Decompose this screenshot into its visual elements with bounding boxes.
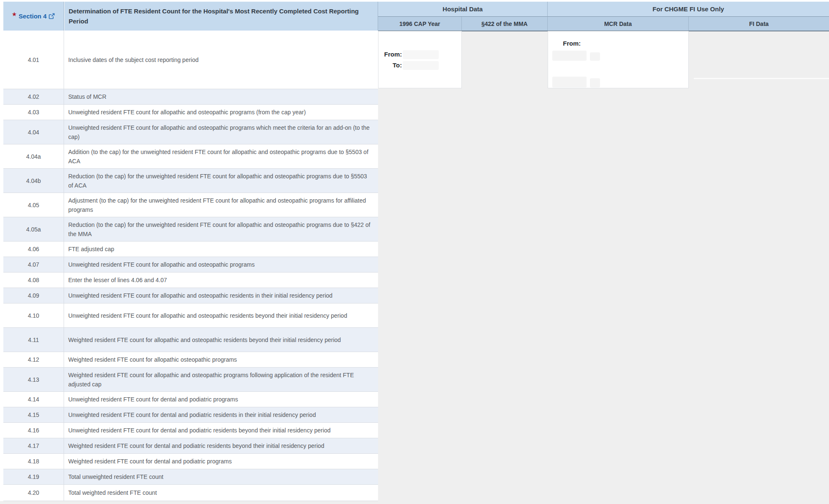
table-row: 4.10Unweighted resident FTE count for al…: [3, 303, 378, 328]
row-desc-cell: Total weighted resident FTE count: [64, 485, 378, 501]
table-row: 4.03Unweighted resident FTE count for al…: [3, 105, 378, 120]
row-desc-cell: Weighted resident FTE count for dental a…: [64, 438, 378, 453]
table-row: 4.04Unweighted resident FTE count for al…: [3, 120, 378, 144]
redacted-value: [552, 77, 587, 87]
redacted-value: [590, 78, 600, 87]
row-number-cell: 4.17: [3, 438, 64, 453]
table-title: Determination of FTE Resident Count for …: [64, 2, 378, 31]
table-row: 4.20Total weighted resident FTE count: [3, 485, 378, 501]
required-asterisk-icon: ★: [12, 11, 17, 17]
row-desc-cell: Reduction (to the cap) for the unweighte…: [64, 217, 378, 241]
section-4-link[interactable]: ★ Section 4: [3, 2, 64, 31]
rows-container: 4.01Inclusive dates of the subject cost …: [3, 31, 378, 501]
mcr-dates-cell: From: To:: [548, 31, 689, 88]
row-desc-cell: Unweighted resident FTE count for dental…: [64, 423, 378, 438]
table-row: 4.13Weighted resident FTE count for allo…: [3, 368, 378, 392]
row-number-cell: 4.08: [3, 273, 64, 288]
row-desc-cell: Inclusive dates of the subject cost repo…: [64, 31, 378, 89]
row-desc-cell: Enter the lesser of lines 4.06 and 4.07: [64, 273, 378, 288]
row-desc-cell: FTE adjusted cap: [64, 242, 378, 257]
row-number-cell: 4.09: [3, 288, 64, 303]
row-number-cell: 4.04b: [3, 169, 64, 193]
row-number-cell: 4.07: [3, 257, 64, 272]
row-number-cell: 4.01: [3, 31, 64, 89]
column-header-mma: §422 of the MMA: [462, 17, 548, 31]
table-row: 4.01Inclusive dates of the subject cost …: [3, 31, 378, 89]
table-row: 4.04bReduction (to the cap) for the unwe…: [3, 169, 378, 193]
row-number-cell: 4.05: [3, 193, 64, 217]
row-desc-cell: Total unweighted resident FTE count: [64, 469, 378, 484]
table-row: 4.19Total unweighted resident FTE count: [3, 469, 378, 485]
table-row: 4.14Unweighted resident FTE count for de…: [3, 392, 378, 407]
row-number-cell: 4.15: [3, 407, 64, 422]
row-number-cell: 4.02: [3, 89, 64, 104]
group-header-hospital-data: Hospital Data: [378, 2, 548, 17]
group-header-chgme-fi: For CHGME FI Use Only: [548, 2, 829, 17]
data-entry-panel: [378, 31, 829, 504]
row-desc-cell: Unweighted resident FTE count for allopa…: [64, 257, 378, 272]
row-desc-cell: Unweighted resident FTE count for allopa…: [64, 120, 378, 144]
section-header-cell: ★ Section 4: [3, 2, 64, 31]
table-row: 4.16Unweighted resident FTE count for de…: [3, 423, 378, 438]
row-number-cell: 4.20: [3, 485, 64, 501]
row-desc-cell: Weighted resident FTE count for allopath…: [64, 368, 378, 391]
table-row: 4.18Weighted resident FTE count for dent…: [3, 454, 378, 469]
column-header-fi-data: FI Data: [689, 17, 829, 31]
row-desc-cell: Unweighted resident FTE count for allopa…: [64, 105, 378, 120]
table-row: 4.05Adjustment (to the cap) for the unwe…: [3, 193, 378, 217]
fte-resident-count-table: ★ Section 4 Determination of FTE Residen…: [0, 0, 829, 504]
fi-cell-divider: [694, 78, 829, 79]
external-link-icon[interactable]: [49, 13, 55, 19]
row-desc-cell: Weighted resident FTE count for allopath…: [64, 352, 378, 367]
redacted-value: [403, 50, 439, 59]
row-desc-cell: Addition (to the cap) for the unweighted…: [64, 144, 378, 168]
row-number-cell: 4.19: [3, 469, 64, 484]
row-number-cell: 4.18: [3, 454, 64, 469]
row-number-cell: 4.03: [3, 105, 64, 120]
table-row: 4.07Unweighted resident FTE count for al…: [3, 257, 378, 273]
page-background-strip: [0, 501, 829, 504]
row-number-cell: 4.04a: [3, 144, 64, 168]
row-desc-cell: Status of MCR: [64, 89, 378, 104]
row-desc-cell: Unweighted resident FTE count for dental…: [64, 407, 378, 422]
row-number-cell: 4.04: [3, 120, 64, 144]
row-desc-cell: Weighted resident FTE count for dental a…: [64, 454, 378, 469]
column-header-cap-year: 1996 CAP Year: [378, 17, 462, 31]
row-number-cell: 4.06: [3, 242, 64, 257]
row-number-cell: 4.13: [3, 368, 64, 391]
row-desc-cell: Unweighted resident FTE count for allopa…: [64, 288, 378, 303]
row-desc-cell: Adjustment (to the cap) for the unweight…: [64, 193, 378, 217]
cap-from-label: From:: [378, 51, 402, 58]
table-row: 4.06FTE adjusted cap: [3, 242, 378, 257]
row-number-cell: 4.11: [3, 328, 64, 352]
table-row: 4.02Status of MCR: [3, 89, 378, 105]
cap-year-dates-cell: From: To:: [378, 31, 462, 88]
redacted-value: [590, 52, 600, 61]
mcr-from-label: From:: [548, 40, 581, 47]
row-number-cell: 4.05a: [3, 217, 64, 241]
table-row: 4.12Weighted resident FTE count for allo…: [3, 352, 378, 368]
cap-to-label: To:: [378, 62, 402, 69]
column-header-mcr-data: MCR Data: [548, 17, 689, 31]
table-row: 4.04aAddition (to the cap) for the unwei…: [3, 144, 378, 169]
row-number-cell: 4.10: [3, 303, 64, 327]
table-row: 4.15Unweighted resident FTE count for de…: [3, 407, 378, 423]
row-desc-cell: Unweighted resident FTE count for allopa…: [64, 303, 378, 327]
table-row: 4.17Weighted resident FTE count for dent…: [3, 438, 378, 454]
redacted-value: [552, 51, 587, 61]
row-number-cell: 4.12: [3, 352, 64, 367]
table-row: 4.05aReduction (to the cap) for the unwe…: [3, 217, 378, 242]
table-row: 4.08Enter the lesser of lines 4.06 and 4…: [3, 273, 378, 288]
row-desc-cell: Weighted resident FTE count for allopath…: [64, 328, 378, 352]
row-number-cell: 4.16: [3, 423, 64, 438]
redacted-value: [403, 61, 439, 70]
row-desc-cell: Reduction (to the cap) for the unweighte…: [64, 169, 378, 193]
table-row: 4.09Unweighted resident FTE count for al…: [3, 288, 378, 303]
row-number-cell: 4.14: [3, 392, 64, 407]
table-row: 4.11Weighted resident FTE count for allo…: [3, 328, 378, 352]
row-desc-cell: Unweighted resident FTE count for dental…: [64, 392, 378, 407]
section-4-link-label: Section 4: [19, 13, 47, 20]
